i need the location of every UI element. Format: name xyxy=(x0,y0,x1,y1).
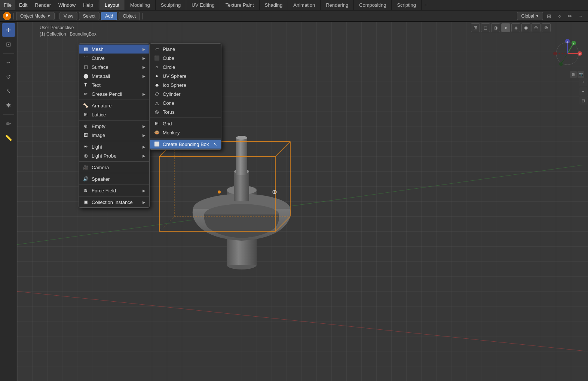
tab-rendering[interactable]: Rendering xyxy=(321,0,354,10)
menu-edit[interactable]: Edit xyxy=(15,0,31,10)
viewport-shading-5[interactable]: ◉ xyxy=(521,23,530,32)
viewport-shading-7[interactable]: ⊗ xyxy=(542,23,551,32)
menu-item-light-probe[interactable]: ◎ Light Probe ▶ xyxy=(79,151,149,160)
armature-label: Armature xyxy=(92,103,111,109)
submenu-ico-sphere[interactable]: ◆ Ico Sphere xyxy=(150,80,221,89)
menu-render[interactable]: Render xyxy=(31,0,55,10)
measure-tool[interactable]: 📏 xyxy=(2,131,15,144)
mode-dropdown-arrow: ▼ xyxy=(47,14,50,18)
menu-item-armature[interactable]: 🦴 Armature xyxy=(79,101,149,110)
cube-label: Cube xyxy=(163,55,174,61)
zoom-out-btn[interactable]: − xyxy=(579,87,587,95)
transform-tool[interactable]: ✱ xyxy=(2,98,15,112)
tab-shading[interactable]: Shading xyxy=(260,0,288,10)
transform-global[interactable]: Global ▼ xyxy=(517,12,543,20)
select-btn[interactable]: Select xyxy=(79,12,99,20)
viewport[interactable]: User Perspective (1) Collection | Boundi… xyxy=(17,22,588,381)
annotate-tool[interactable]: ✏ xyxy=(2,117,15,130)
zoom-fit-btn[interactable]: ⊡ xyxy=(579,97,587,105)
submenu-cylinder[interactable]: ⬠ Cylinder xyxy=(150,89,221,98)
menu-item-collection-instance[interactable]: ▣ Collection Instance ▶ xyxy=(79,198,149,207)
tab-layout[interactable]: Layout xyxy=(99,0,125,10)
tab-sculpting[interactable]: Sculpting xyxy=(156,0,186,10)
viewport-display-mode[interactable]: ⊞ xyxy=(471,23,480,32)
add-workspace-btn[interactable]: + xyxy=(422,0,431,10)
svg-line-12 xyxy=(562,54,567,63)
tab-animation[interactable]: Animation xyxy=(288,0,321,10)
sidebar-sep1 xyxy=(3,53,14,54)
metaball-icon: ⬤ xyxy=(83,73,89,79)
menu-item-curve[interactable]: ⌒ Curve ▶ xyxy=(79,54,149,63)
menu-item-metaball[interactable]: ⬤ Metaball ▶ xyxy=(79,71,149,80)
header-icons[interactable]: ~ xyxy=(576,12,585,21)
menu-item-speaker[interactable]: 🔊 Speaker xyxy=(79,174,149,183)
submenu-circle[interactable]: ○ Circle xyxy=(150,63,221,71)
mesh-submenu: ▱ Plane ⬛ Cube ○ Circle ● UV Sphere ◆ Ic… xyxy=(150,43,221,150)
sep-6 xyxy=(79,185,149,185)
menu-item-camera[interactable]: 🎥 Camera xyxy=(79,163,149,172)
rotate-tool[interactable]: ↺ xyxy=(2,70,15,83)
viewport-shading-4[interactable]: ◈ xyxy=(511,23,520,32)
sep-7 xyxy=(79,196,149,196)
viewport-shading-1[interactable]: ◻ xyxy=(481,23,490,32)
select-box-tool[interactable]: ⊡ xyxy=(2,37,15,51)
submenu-create-bounding-box[interactable]: ⬜ Create Bounding Box ↖ xyxy=(150,140,221,149)
viewport-shading-2[interactable]: ◑ xyxy=(491,23,500,32)
menu-item-lattice[interactable]: ⊞ Lattice xyxy=(79,110,149,119)
annotate-btn[interactable]: ✏ xyxy=(566,12,575,21)
cursor-tool[interactable]: ✛ xyxy=(2,23,15,37)
menu-item-text[interactable]: T Text xyxy=(79,80,149,89)
grid-icon: ⊞ xyxy=(154,121,160,127)
scale-tool[interactable]: ⤡ xyxy=(2,84,15,98)
submenu-cube[interactable]: ⬛ Cube xyxy=(150,54,221,63)
view-btn[interactable]: View xyxy=(59,12,77,20)
object-btn[interactable]: Object xyxy=(119,12,140,20)
submenu-uv-sphere[interactable]: ● UV Sphere xyxy=(150,71,221,80)
top-menubar: File Edit Render Window Help Layout Mode… xyxy=(0,0,588,10)
text-icon: T xyxy=(83,82,89,88)
menu-item-force-field[interactable]: ≋ Force Field ▶ xyxy=(79,186,149,195)
tab-scripting[interactable]: Scripting xyxy=(392,0,422,10)
prop-edit-btn[interactable]: ○ xyxy=(555,12,564,21)
force-field-icon: ≋ xyxy=(83,188,89,193)
menu-help[interactable]: Help xyxy=(79,0,97,10)
gizmo-cam-btn[interactable]: 📷 xyxy=(578,71,584,78)
submenu-grid[interactable]: ⊞ Grid xyxy=(150,119,221,128)
menu-item-grease-pencil[interactable]: ✏ Grease Pencil ▶ xyxy=(79,89,149,98)
menu-item-image[interactable]: 🖼 Image ▶ xyxy=(79,131,149,140)
mesh-sep-1 xyxy=(150,118,221,118)
metaball-arrow: ▶ xyxy=(143,74,146,78)
snap-btn[interactable]: ⊞ xyxy=(545,12,554,21)
surface-label: Surface xyxy=(92,64,108,70)
zoom-in-btn[interactable]: + xyxy=(579,78,587,86)
menu-item-light[interactable]: ☀ Light ▶ xyxy=(79,142,149,151)
collection-instance-arrow: ▶ xyxy=(143,200,146,204)
menu-item-empty[interactable]: ⊕ Empty ▶ xyxy=(79,122,149,131)
submenu-torus[interactable]: ◎ Torus xyxy=(150,107,221,116)
move-tool[interactable]: ↔ xyxy=(2,56,15,69)
add-btn[interactable]: Add xyxy=(101,12,117,20)
gizmo-ortho-btn[interactable]: ⊞ xyxy=(570,71,577,78)
menu-window[interactable]: Window xyxy=(55,0,79,10)
tab-compositing[interactable]: Compositing xyxy=(354,0,392,10)
cone-label: Cone xyxy=(163,100,174,106)
collection-label: (1) Collection | BoundingBox xyxy=(40,31,97,37)
menu-item-mesh[interactable]: ▤ Mesh ▶ xyxy=(79,45,149,54)
mode-dropdown[interactable]: Object Mode ▼ xyxy=(16,12,55,20)
tab-modeling[interactable]: Modeling xyxy=(125,0,156,10)
viewport-shading-6[interactable]: ⊕ xyxy=(532,23,540,32)
menu-item-surface[interactable]: ◫ Surface ▶ xyxy=(79,63,149,71)
submenu-cone[interactable]: △ Cone xyxy=(150,98,221,107)
force-field-label: Force Field xyxy=(92,188,116,193)
transform-label: Global xyxy=(521,13,534,19)
tab-texture-paint[interactable]: Texture Paint xyxy=(220,0,260,10)
menu-file[interactable]: File xyxy=(0,0,15,10)
viewport-shading-3[interactable]: ● xyxy=(501,23,510,32)
create-bb-icon: ⬜ xyxy=(154,141,160,147)
tab-uv-editing[interactable]: UV Editing xyxy=(186,0,220,10)
submenu-monkey[interactable]: 🐵 Monkey xyxy=(150,128,221,137)
gizmo-axes[interactable]: X Y Z ⊞ 📷 xyxy=(551,37,584,70)
collection-instance-label: Collection Instance xyxy=(92,199,133,205)
torus-label: Torus xyxy=(163,109,175,115)
submenu-plane[interactable]: ▱ Plane xyxy=(150,45,221,54)
